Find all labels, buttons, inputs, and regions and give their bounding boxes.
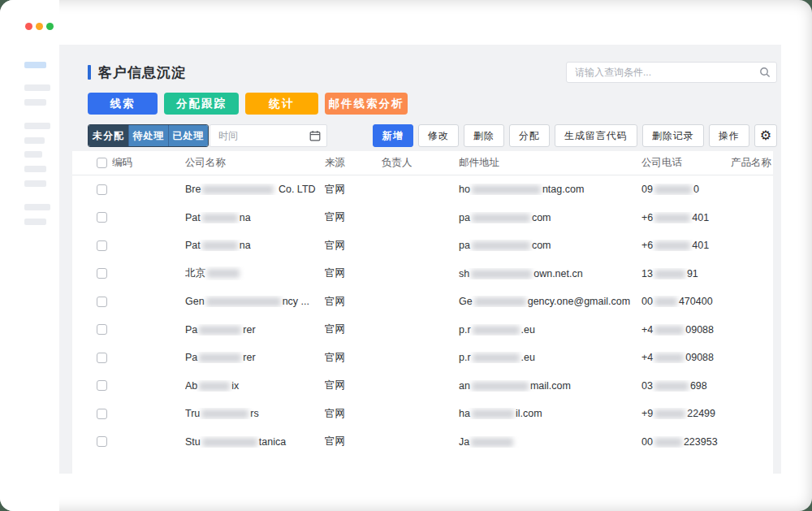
row-checkbox[interactable] — [97, 353, 107, 363]
sidebar-item-3[interactable] — [24, 123, 50, 129]
sidebar-item-7[interactable] — [24, 180, 46, 187]
sidebar-item-6[interactable] — [24, 166, 46, 172]
leads-table: 编码公司名称来源负责人邮件地址公司电话产品名称 Bre Co. LTD官网hon… — [72, 151, 773, 474]
row-checkbox[interactable] — [97, 380, 107, 391]
settings-gear-button[interactable]: ⚙ — [754, 124, 777, 147]
phone-redacted — [654, 353, 684, 362]
cell-phone: 090 — [641, 184, 731, 195]
maximize-window-button[interactable] — [46, 23, 54, 30]
phone-redacted — [654, 409, 685, 418]
table-row: Trurs官网hail.com+922499 — [72, 400, 773, 428]
toolbar-button-4[interactable]: 生成留言代码 — [555, 124, 637, 147]
row-checkbox[interactable] — [97, 324, 107, 335]
phone-redacted — [654, 326, 684, 335]
toolbar-button-2[interactable]: 删除 — [464, 124, 504, 147]
status-filter-tabs: 未分配待处理已处理 — [88, 124, 209, 147]
company-redacted — [202, 185, 274, 194]
row-checkbox[interactable] — [97, 240, 107, 251]
page-title-text: 客户信息沉淀 — [98, 63, 186, 82]
status-tab-2[interactable]: 已处理 — [168, 125, 208, 146]
cell-company: Parer — [185, 324, 325, 336]
search-box — [566, 62, 777, 83]
cell-source: 官网 — [325, 435, 382, 448]
table-row: Patna官网pacom+6401 — [72, 232, 773, 260]
toolbar-button-1[interactable]: 修改 — [418, 124, 459, 147]
row-checkbox[interactable] — [97, 297, 107, 307]
select-all-checkbox[interactable] — [97, 158, 107, 168]
status-tab-0[interactable]: 未分配 — [89, 125, 128, 146]
cell-source: 官网 — [325, 323, 382, 336]
row-checkbox[interactable] — [97, 409, 107, 419]
sidebar-nav — [0, 0, 59, 511]
company-redacted — [199, 353, 241, 362]
table-row: Bre Co. LTD官网hontag.com090 — [72, 175, 773, 204]
email-redacted — [472, 214, 530, 223]
cell-phone: +6401 — [641, 240, 731, 251]
row-checkbox[interactable] — [97, 184, 107, 195]
table-row: Parer官网p.r.eu+409088 — [72, 316, 773, 344]
phone-redacted — [654, 185, 692, 194]
module-button-0[interactable]: 线索 — [88, 93, 158, 115]
cell-phone: +409088 — [641, 324, 731, 336]
phone-redacted — [654, 270, 685, 279]
module-button-group: 线索分配跟踪统计邮件线索分析 — [88, 93, 777, 115]
company-redacted — [202, 214, 238, 223]
sidebar-item-1[interactable] — [24, 84, 50, 91]
sidebar-item-4[interactable] — [24, 137, 45, 144]
email-redacted — [473, 353, 520, 362]
search-input[interactable] — [566, 62, 777, 83]
column-header-6: 产品名称 — [731, 156, 773, 170]
column-header-3: 负责人 — [382, 156, 459, 170]
filter-toolbar: 未分配待处理已处理 新增修改删除分配生成留言代码删除记录操作⚙ — [88, 124, 777, 147]
table-body: Bre Co. LTD官网hontag.com090Patna官网pacom+6… — [72, 175, 773, 456]
cell-email: p.r.eu — [459, 324, 641, 336]
phone-redacted — [654, 241, 690, 250]
cell-source: 官网 — [325, 183, 382, 197]
cell-source: 官网 — [325, 295, 382, 309]
cell-phone: +409088 — [641, 352, 731, 363]
cell-company: Stutanica — [185, 436, 325, 448]
minimize-window-button[interactable] — [36, 23, 43, 30]
sidebar-item-0[interactable] — [24, 62, 46, 68]
phone-redacted — [654, 214, 690, 223]
cell-company: Parer — [185, 352, 325, 363]
sidebar-item-5[interactable] — [24, 151, 42, 158]
cell-phone: +6401 — [641, 212, 731, 223]
cell-company: Patna — [185, 240, 325, 251]
cell-email: hail.com — [459, 408, 641, 419]
table-toolbar: 新增修改删除分配生成留言代码删除记录操作⚙ — [373, 124, 777, 147]
calendar-icon[interactable] — [309, 130, 321, 141]
row-checkbox[interactable] — [97, 212, 107, 223]
company-redacted — [207, 269, 240, 278]
table-header-row: 编码公司名称来源负责人邮件地址公司电话产品名称 — [72, 151, 773, 175]
close-window-button[interactable] — [25, 23, 32, 30]
toolbar-button-3[interactable]: 分配 — [509, 124, 550, 147]
cell-source: 官网 — [325, 266, 382, 280]
cell-company: 北京 — [185, 266, 325, 280]
sidebar-item-2[interactable] — [24, 99, 46, 106]
company-redacted — [199, 326, 241, 335]
row-checkbox[interactable] — [97, 268, 107, 279]
cell-phone: +922499 — [641, 408, 731, 419]
toolbar-button-0[interactable]: 新增 — [373, 124, 413, 147]
status-tab-1[interactable]: 待处理 — [128, 125, 168, 146]
page-header: 客户信息沉淀 — [88, 61, 777, 84]
company-redacted — [206, 297, 281, 306]
cell-source: 官网 — [325, 407, 382, 421]
cell-email: Gegency.one@gmail.com — [459, 296, 641, 307]
sidebar-item-9[interactable] — [24, 219, 46, 225]
email-redacted — [472, 185, 541, 194]
cell-company: Abix — [185, 380, 325, 392]
cell-company: Patna — [185, 212, 325, 223]
email-redacted — [474, 297, 526, 306]
module-button-2[interactable]: 统计 — [245, 93, 318, 115]
sidebar-item-8[interactable] — [24, 204, 50, 210]
search-icon[interactable] — [759, 67, 771, 78]
toolbar-button-5[interactable]: 删除记录 — [642, 124, 704, 147]
cell-email: anmail.com — [459, 380, 641, 392]
module-button-1[interactable]: 分配跟踪 — [164, 93, 239, 115]
cell-phone: 00223953 — [641, 436, 731, 448]
module-button-3[interactable]: 邮件线索分析 — [325, 93, 408, 115]
row-checkbox[interactable] — [97, 436, 107, 447]
toolbar-button-6[interactable]: 操作 — [709, 124, 749, 147]
